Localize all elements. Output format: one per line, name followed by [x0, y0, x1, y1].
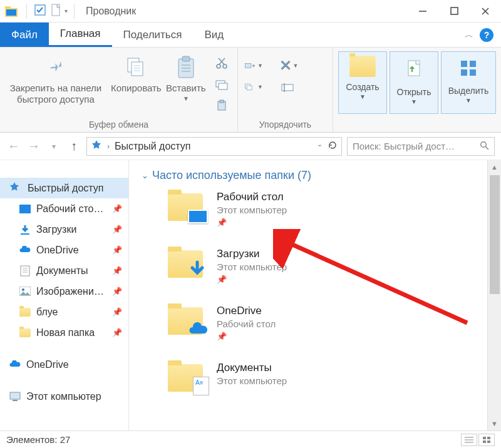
svg-rect-10 [132, 62, 143, 76]
folder-item-downloads[interactable]: Загрузки Этот компьютер 📌 [142, 248, 495, 285]
section-header[interactable]: ⌄ Часто используемые папки (7) [142, 169, 495, 182]
cloud-overlay-icon [188, 322, 209, 339]
paste-shortcut-icon[interactable] [212, 98, 231, 114]
status-count-label: Элементов: [6, 434, 58, 445]
open-button[interactable]: Открыть ▼ [390, 51, 438, 114]
folder-icon [167, 362, 205, 393]
chevron-down-icon: ⌄ [142, 171, 148, 180]
paste-button[interactable]: Вставить ▼ [163, 51, 209, 102]
nav-back-button[interactable]: ← [6, 139, 21, 154]
copy-icon [123, 55, 148, 80]
sidebar-item-desktop[interactable]: Рабочий сто… 📌 [0, 198, 128, 219]
pin-icon: 📌 [112, 225, 122, 234]
copy-path-icon[interactable] [212, 76, 231, 93]
scrollbar-thumb[interactable] [490, 175, 500, 294]
sidebar-item-documents[interactable]: Документы 📌 [0, 260, 128, 281]
tab-file[interactable]: Файл [0, 23, 49, 47]
cut-icon[interactable] [212, 55, 231, 71]
maximize-button[interactable] [438, 0, 470, 23]
qat-checkbox-icon[interactable] [33, 3, 47, 19]
svg-rect-39 [19, 205, 31, 213]
nav-up-button[interactable]: ↑ [66, 139, 81, 154]
sidebar-item-new-folder[interactable]: Новая папка 📌 [0, 322, 128, 343]
close-button[interactable] [470, 0, 501, 23]
svg-rect-15 [182, 56, 190, 61]
pin-icon: 📌 [112, 287, 122, 296]
refresh-icon[interactable] [328, 140, 338, 153]
nav-recent-dropdown[interactable]: ▾ [46, 139, 61, 154]
address-bar[interactable]: › Быстрый доступ ⌄ [86, 137, 342, 156]
tab-view[interactable]: Вид [193, 23, 235, 47]
sidebar-item-downloads[interactable]: Загрузки 📌 [0, 219, 128, 240]
folder-icon [19, 306, 31, 318]
paste-icon [173, 55, 199, 80]
svg-line-38 [486, 146, 489, 150]
qat-document-icon[interactable] [49, 3, 62, 19]
search-icon [480, 141, 489, 152]
ribbon-body: Закрепить на панели быстрого доступа Коп… [0, 48, 501, 133]
delete-icon[interactable]: ✕▼ [279, 58, 298, 74]
ribbon-collapse-icon[interactable]: ︿ [465, 29, 473, 41]
nav-forward-button[interactable]: → [26, 139, 41, 154]
minimize-button[interactable] [407, 0, 438, 23]
title-bar: ▾ Проводник [0, 0, 501, 23]
sidebar-onedrive-root[interactable]: OneDrive [0, 354, 128, 375]
vertical-scrollbar[interactable]: ▲ ▼ [487, 160, 501, 430]
svg-rect-2 [6, 9, 16, 16]
sidebar-quick-access[interactable]: Быстрый доступ [0, 178, 128, 198]
svg-rect-29 [247, 86, 252, 90]
sidebar-item-pictures[interactable]: Изображени… 📌 [0, 281, 128, 302]
folder-item-onedrive[interactable]: OneDrive Рабочий стол 📌 [142, 305, 495, 342]
chevron-down-icon: ▼ [465, 97, 472, 104]
pin-icon: 📌 [217, 218, 227, 227]
move-to-icon[interactable]: ▼ [244, 58, 263, 74]
pin-quick-access-button[interactable]: Закрепить на панели быстрого доступа [3, 51, 109, 105]
pc-icon [9, 390, 21, 403]
tab-home[interactable]: Главная [49, 23, 112, 47]
status-count: 27 [60, 434, 71, 445]
sidebar-this-pc[interactable]: Этот компьютер [0, 386, 128, 407]
details-view-button[interactable] [461, 434, 477, 446]
sidebar-item-blue[interactable]: блуе 📌 [0, 302, 128, 322]
content-pane: ⌄ Часто используемые папки (7) Рабочий с… [129, 160, 501, 430]
scroll-up-icon[interactable]: ▲ [488, 160, 501, 174]
select-button[interactable]: Выделить ▼ [441, 51, 496, 114]
address-dropdown-icon[interactable]: ⌄ [317, 140, 323, 153]
svg-rect-48 [13, 400, 18, 401]
svg-point-19 [217, 64, 220, 68]
window-title: Проводник [86, 6, 136, 17]
new-folder-icon [353, 58, 373, 77]
rename-icon[interactable] [279, 79, 298, 95]
folder-icon [19, 327, 31, 339]
folder-icon [167, 248, 205, 279]
svg-rect-30 [282, 84, 293, 91]
pin-icon: 📌 [112, 307, 122, 317]
folder-icon [167, 191, 205, 222]
pin-icon: 📌 [112, 266, 122, 275]
clipboard-group-label: Буфер обмена [0, 120, 237, 132]
qat-dropdown-icon[interactable]: ▾ [65, 8, 68, 14]
copy-button[interactable]: Копировать [109, 51, 163, 94]
help-icon[interactable]: ? [480, 28, 493, 42]
download-icon [19, 223, 31, 236]
sidebar-item-onedrive[interactable]: OneDrive 📌 [0, 240, 128, 260]
tab-share[interactable]: Поделиться [112, 23, 194, 47]
copy-to-icon[interactable]: ▼ [244, 79, 263, 95]
quick-access-star-icon [91, 140, 102, 153]
folder-item-desktop[interactable]: Рабочий стол Этот компьютер 📌 [142, 191, 495, 228]
chevron-down-icon: ▼ [411, 98, 417, 105]
folder-item-documents[interactable]: Документы Этот компьютер [142, 362, 495, 393]
svg-point-20 [223, 64, 227, 68]
create-button[interactable]: Создать ▼ [338, 51, 387, 114]
pin-icon: 📌 [217, 332, 227, 341]
breadcrumb-root[interactable]: Быстрый доступ [115, 141, 191, 152]
svg-rect-55 [483, 440, 486, 443]
explorer-icon [4, 3, 20, 19]
breadcrumb-chevron-icon[interactable]: › [107, 142, 110, 151]
scroll-down-icon[interactable]: ▼ [488, 417, 501, 430]
tiles-view-button[interactable] [478, 434, 495, 446]
search-box[interactable]: Поиск: Быстрый дост… [347, 137, 495, 156]
chevron-down-icon: ▼ [183, 95, 189, 102]
svg-rect-26 [220, 100, 224, 103]
organize-group-label: Упорядочить [238, 120, 333, 132]
